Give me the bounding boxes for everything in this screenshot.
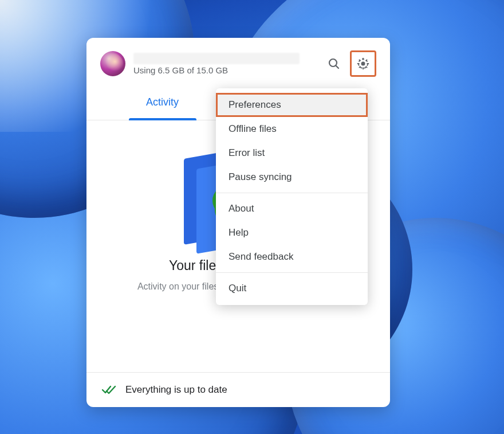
account-info: Using 6.5 GB of 15.0 GB xyxy=(133,53,322,75)
search-button[interactable] xyxy=(322,52,345,75)
panel-header: Using 6.5 GB of 15.0 GB xyxy=(86,38,390,81)
gear-icon xyxy=(356,57,370,71)
sync-status-text: Everything is up to date xyxy=(125,384,227,396)
panel-footer: Everything is up to date xyxy=(86,372,390,407)
settings-highlight xyxy=(350,50,376,77)
storage-usage-text: Using 6.5 GB of 15.0 GB xyxy=(133,65,322,75)
svg-line-1 xyxy=(336,65,338,68)
settings-menu: Preferences Offline files Error list Pau… xyxy=(216,88,368,305)
settings-button[interactable] xyxy=(354,54,372,73)
menu-item-preferences[interactable]: Preferences xyxy=(216,93,368,117)
double-check-icon xyxy=(101,384,116,396)
menu-item-help[interactable]: Help xyxy=(216,221,368,245)
avatar[interactable] xyxy=(100,51,125,76)
drive-panel: Using 6.5 GB of 15.0 GB xyxy=(86,38,390,407)
menu-divider xyxy=(216,272,368,273)
account-email-redacted xyxy=(133,53,300,64)
svg-point-2 xyxy=(361,62,364,65)
desktop-wallpaper: Using 6.5 GB of 15.0 GB xyxy=(0,0,504,434)
menu-item-error-list[interactable]: Error list xyxy=(216,141,368,165)
menu-item-pause-syncing[interactable]: Pause syncing xyxy=(216,165,368,189)
menu-item-quit[interactable]: Quit xyxy=(216,276,368,300)
menu-divider xyxy=(216,193,368,193)
search-icon xyxy=(327,57,341,71)
menu-item-send-feedback[interactable]: Send feedback xyxy=(216,245,368,269)
menu-item-offline-files[interactable]: Offline files xyxy=(216,117,368,141)
menu-item-about[interactable]: About xyxy=(216,197,368,221)
